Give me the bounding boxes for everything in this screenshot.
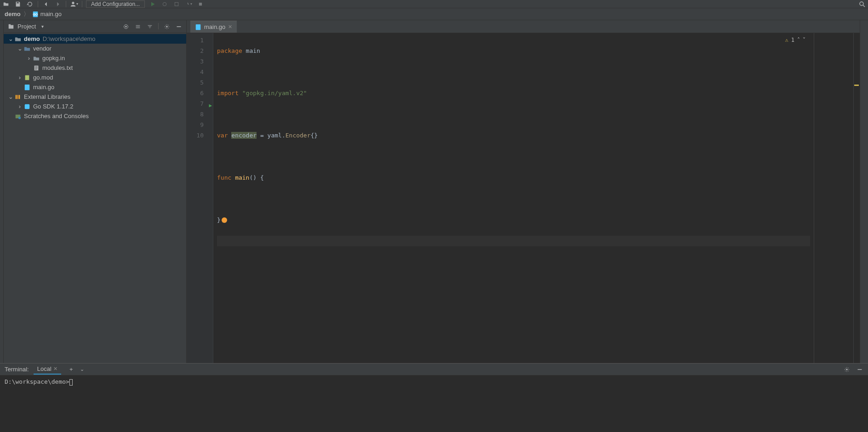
collapse-all-icon[interactable]: [146, 23, 154, 30]
tree-path: D:\workspace\demo: [43, 35, 96, 42]
line-number: 9: [187, 119, 213, 130]
gear-icon[interactable]: [163, 23, 171, 30]
terminal-tab-local[interactable]: Local ✕: [34, 364, 61, 375]
svg-rect-19: [25, 104, 30, 109]
terminal-title: Terminal:: [5, 366, 29, 373]
gear-icon[interactable]: [843, 366, 851, 373]
chevron-down-icon[interactable]: ⌄: [79, 366, 86, 373]
svg-rect-24: [858, 369, 862, 370]
library-icon: [14, 94, 22, 100]
forward-icon[interactable]: [54, 0, 62, 8]
tree-label: vendor: [33, 45, 51, 52]
code-editor[interactable]: package main import "gopkg.in/yaml.v2" v…: [213, 33, 814, 363]
terminal-body[interactable]: D:\workspace\demo>: [0, 375, 868, 432]
tree-node-vendor[interactable]: ⌄ vendor: [4, 44, 186, 53]
tab-maingo[interactable]: main.go ✕: [190, 21, 237, 33]
project-panel-header: Project ▾: [4, 20, 186, 33]
tree-node-gosdk[interactable]: › Go SDK 1.17.2: [4, 102, 186, 111]
inspection-status[interactable]: ⚠ 1 ˄ ˅: [785, 35, 805, 45]
svg-point-4: [860, 2, 863, 6]
warning-marker[interactable]: [854, 85, 859, 86]
profile-icon[interactable]: ▾: [184, 0, 193, 8]
editor-right-margin: [814, 33, 853, 363]
tree-label: demo: [24, 35, 40, 42]
editor-area: main.go ✕ 1 2 3 4 5 6 7▶ 8 9 10 package …: [187, 20, 860, 363]
open-icon[interactable]: [2, 0, 10, 8]
expand-all-icon[interactable]: [134, 23, 142, 30]
stop-icon[interactable]: [196, 0, 205, 8]
chevron-right-icon[interactable]: ›: [17, 103, 23, 110]
prev-highlight-icon[interactable]: ˄: [797, 35, 800, 45]
back-icon[interactable]: [42, 0, 50, 8]
debug-icon[interactable]: [160, 0, 169, 8]
terminal-header: Terminal: Local ✕ + ⌄: [0, 364, 868, 375]
add-terminal-icon[interactable]: +: [68, 366, 75, 373]
svg-rect-22: [196, 24, 201, 29]
select-opened-file-icon[interactable]: [122, 23, 130, 30]
gutter[interactable]: 1 2 3 4 5 6 7▶ 8 9 10: [187, 33, 213, 363]
svg-rect-7: [9, 25, 14, 28]
close-icon[interactable]: ✕: [53, 366, 57, 372]
line-number: 7▶: [187, 98, 213, 109]
folder-icon: [23, 45, 31, 52]
next-highlight-icon[interactable]: ˅: [803, 35, 805, 45]
go-mod-icon: [23, 74, 31, 81]
tree-node-maingo[interactable]: main.go: [4, 82, 186, 92]
line-number: 2: [187, 45, 213, 56]
svg-rect-2: [175, 2, 178, 6]
svg-point-0: [72, 1, 74, 4]
tree-node-external-libraries[interactable]: ⌄ External Libraries: [4, 92, 186, 102]
tree-node-gomod[interactable]: › go.mod: [4, 73, 186, 82]
svg-text:GO: GO: [33, 12, 38, 16]
search-icon[interactable]: [858, 0, 866, 8]
left-tool-stripe[interactable]: [0, 20, 4, 363]
go-file-icon: GO: [32, 11, 39, 17]
tree-label: go.mod: [33, 74, 53, 81]
project-tool-window: Project ▾ ⌄ demo D:\workspace\demo ⌄ ven…: [4, 20, 187, 363]
tree-node-gopkg[interactable]: › gopkg.in: [4, 53, 186, 63]
save-icon[interactable]: [14, 0, 22, 8]
svg-rect-8: [9, 24, 11, 25]
scratches-icon: [14, 113, 22, 119]
separator: [82, 1, 82, 7]
chevron-down-icon[interactable]: ▾: [39, 23, 46, 30]
chevron-down-icon[interactable]: ⌄: [17, 45, 23, 52]
tree-node-root[interactable]: ⌄ demo D:\workspace\demo: [4, 34, 186, 44]
error-stripe[interactable]: [853, 33, 860, 363]
tree-label: Go SDK 1.17.2: [33, 103, 73, 110]
chevron-down-icon[interactable]: ⌄: [7, 35, 14, 42]
hide-icon[interactable]: [856, 366, 863, 373]
project-tree[interactable]: ⌄ demo D:\workspace\demo ⌄ vendor › gopk…: [4, 33, 186, 363]
tree-node-scratches[interactable]: Scratches and Consoles: [4, 111, 186, 121]
chevron-down-icon[interactable]: ⌄: [7, 93, 14, 100]
line-number: 10: [187, 130, 213, 141]
chevron-right-icon[interactable]: ›: [17, 74, 23, 81]
breadcrumb-file[interactable]: GO main.go: [30, 11, 63, 17]
close-icon[interactable]: ✕: [228, 24, 232, 30]
terminal-cursor: [69, 379, 73, 386]
breadcrumb-root-label: demo: [5, 11, 21, 17]
separator: [66, 1, 66, 7]
coverage-icon[interactable]: [172, 0, 181, 8]
warning-count: 1: [791, 35, 794, 45]
chevron-right-icon[interactable]: ›: [26, 55, 32, 62]
right-tool-stripe[interactable]: [860, 20, 868, 363]
line-number: 6: [187, 88, 213, 98]
intention-bulb-icon[interactable]: [222, 217, 227, 223]
refresh-icon[interactable]: [26, 0, 34, 8]
tab-label: main.go: [204, 23, 225, 30]
separator: [38, 1, 38, 7]
breadcrumb-root[interactable]: demo: [3, 11, 23, 17]
add-configuration-dropdown[interactable]: Add Configuration...: [86, 0, 145, 8]
svg-point-10: [125, 26, 127, 28]
run-icon[interactable]: [148, 0, 157, 8]
tree-node-modules[interactable]: modules.txt: [4, 63, 186, 73]
hide-icon[interactable]: [175, 23, 183, 30]
svg-point-11: [166, 26, 168, 28]
line-number: 4: [187, 67, 213, 77]
user-icon[interactable]: ▾: [70, 0, 78, 8]
terminal-tab-label: Local: [37, 365, 51, 372]
svg-rect-17: [17, 95, 18, 99]
svg-point-21: [18, 116, 21, 119]
main-toolbar: ▾ Add Configuration... ▾: [0, 0, 868, 8]
